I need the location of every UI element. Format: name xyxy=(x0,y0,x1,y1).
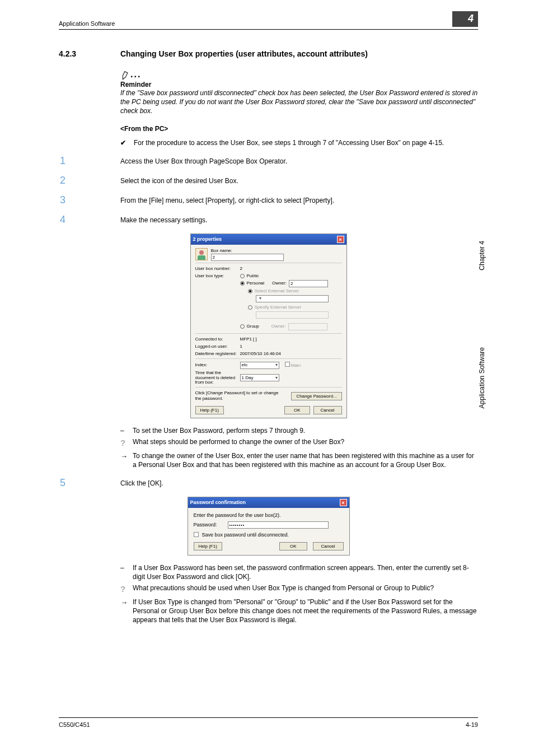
page-footer: C550/C451 4-19 xyxy=(59,717,478,728)
owner-input[interactable] xyxy=(289,280,328,287)
datetime-value: 2007/05/10 16:46:04 xyxy=(240,351,281,357)
sublist-text: What steps should be performed to change… xyxy=(133,437,478,449)
main-checkbox xyxy=(285,362,290,367)
check-icon: ✔ xyxy=(120,138,128,147)
dash-bullet: – xyxy=(120,563,128,581)
dialog-title: Password confirmation xyxy=(190,500,246,505)
arrow-icon xyxy=(120,451,128,469)
index-label: Index: xyxy=(195,362,240,368)
radio-personal[interactable] xyxy=(240,281,245,286)
user-box-number-value: 2 xyxy=(240,266,242,272)
logged-value: 1 xyxy=(240,344,242,349)
step-text: Select the icon of the desired User Box. xyxy=(120,175,478,186)
question-icon xyxy=(120,584,128,595)
radio-public-label: Public xyxy=(247,273,259,279)
from-pc-heading: <From the PC> xyxy=(120,125,478,133)
reminder-label: Reminder xyxy=(120,81,478,88)
reminder-note: ... Reminder If the "Save box password u… xyxy=(120,69,478,116)
step-number: 3 xyxy=(59,194,120,206)
close-icon[interactable]: × xyxy=(340,499,347,506)
specify-external-label: Specify External Server xyxy=(255,305,302,310)
step-4: 4 Make the necessary settings. xyxy=(59,214,478,226)
password-input[interactable] xyxy=(228,521,329,529)
step-text: Click the [OK]. xyxy=(120,477,478,489)
dialog-titlebar: 2 properties × xyxy=(191,234,346,245)
close-icon[interactable]: × xyxy=(337,236,344,243)
prerequisite-list: ✔ For the procedure to access the User B… xyxy=(120,138,478,147)
connected-value: MFP1 [ ] xyxy=(240,337,257,342)
change-password-button[interactable]: Change Password... xyxy=(291,392,341,400)
question-icon xyxy=(120,437,128,449)
box-name-input[interactable] xyxy=(211,254,284,261)
box-name-label: Box name: xyxy=(211,248,342,254)
main-label: Main xyxy=(291,363,301,368)
sublist-text: If a User Box Password has been set, the… xyxy=(133,563,478,581)
footer-model: C550/C451 xyxy=(59,721,90,728)
password-prompt: Enter the password for the user box(2). xyxy=(194,512,344,518)
group-owner-input xyxy=(288,323,327,330)
user-icon xyxy=(195,248,208,260)
help-button[interactable]: Help (F1) xyxy=(194,542,222,550)
sublist-text: What precautions should be used when Use… xyxy=(133,584,478,595)
specify-external-input xyxy=(256,311,329,319)
save-password-checkbox[interactable] xyxy=(194,532,199,537)
radio-personal-label: Personal xyxy=(247,281,265,286)
step-number: 2 xyxy=(59,175,120,186)
user-box-type-label: User box type: xyxy=(195,273,240,279)
step-2: 2 Select the icon of the desired User Bo… xyxy=(59,175,478,186)
help-button[interactable]: Help (F1) xyxy=(195,406,224,414)
prerequisite-text: For the procedure to access the User Box… xyxy=(134,138,478,147)
dash-bullet: – xyxy=(120,426,128,435)
page-header: Application Software xyxy=(59,20,478,30)
section-title: Changing User Box properties (user attri… xyxy=(120,49,478,58)
cancel-button[interactable]: Cancel xyxy=(313,406,342,414)
section-heading: 4.2.3 Changing User Box properties (user… xyxy=(59,49,478,58)
footer-page-number: 4-19 xyxy=(466,721,478,728)
section-number: 4.2.3 xyxy=(59,49,120,58)
radio-group-label: Group xyxy=(247,324,259,329)
side-section-label: Application Software xyxy=(478,347,486,408)
index-dropdown[interactable]: etc xyxy=(240,362,279,369)
pen-icon xyxy=(119,69,131,81)
step-number: 4 xyxy=(59,214,120,226)
chapter-number-tab: 4 xyxy=(452,11,478,27)
step5-sublist: –If a User Box Password has been set, th… xyxy=(120,563,478,624)
datetime-label: Date/time registered: xyxy=(195,351,240,357)
owner-label: Owner: xyxy=(272,281,287,286)
reminder-dots-icon: ... xyxy=(130,69,141,80)
sublist-text: To set the User Box Password, perform st… xyxy=(133,426,478,435)
delete-time-dropdown[interactable]: 1 Day xyxy=(240,374,279,381)
group-owner-label: Owner: xyxy=(271,324,286,329)
delete-time-label: Time that the document is deleted from b… xyxy=(195,371,240,385)
select-external-dropdown xyxy=(256,295,329,302)
step-3: 3 From the [File] menu, select [Property… xyxy=(59,194,478,206)
arrow-icon xyxy=(120,598,128,625)
sublist-text: To change the owner of the User Box, ent… xyxy=(133,451,478,469)
select-external-label: Select External Server xyxy=(255,288,299,294)
radio-public[interactable] xyxy=(240,274,245,278)
step-text: From the [File] menu, select [Property],… xyxy=(120,194,478,206)
radio-select-external xyxy=(248,289,252,293)
reminder-body: If the "Save box password until disconne… xyxy=(120,88,478,116)
step-number: 1 xyxy=(59,155,120,167)
cancel-button[interactable]: Cancel xyxy=(313,542,344,550)
radio-group[interactable] xyxy=(240,324,245,329)
password-confirmation-dialog: Password confirmation × Enter the passwo… xyxy=(188,497,350,556)
step-1: 1 Access the User Box through PageScope … xyxy=(59,155,478,167)
dialog-titlebar: Password confirmation × xyxy=(188,497,349,508)
user-box-number-label: User box number: xyxy=(195,266,240,272)
radio-specify-external xyxy=(248,305,252,310)
password-label: Password: xyxy=(194,522,224,528)
properties-dialog: 2 properties × Box name: User box number… xyxy=(190,234,347,418)
save-password-label: Save box password until disconnected. xyxy=(202,532,289,538)
logged-label: Logged-on user: xyxy=(195,344,240,349)
step-text: Access the User Box through PageScope Bo… xyxy=(120,155,478,167)
step-5: 5 Click the [OK]. xyxy=(59,477,478,489)
ok-button[interactable]: OK xyxy=(279,542,307,550)
dialog-title: 2 properties xyxy=(193,236,222,242)
step4-sublist: –To set the User Box Password, perform s… xyxy=(120,426,478,469)
ok-button[interactable]: OK xyxy=(284,406,310,414)
change-password-text: Click [Change Password] to set or change… xyxy=(195,390,279,402)
side-chapter-label: Chapter 4 xyxy=(478,241,486,270)
step-text: Make the necessary settings. xyxy=(120,214,478,226)
